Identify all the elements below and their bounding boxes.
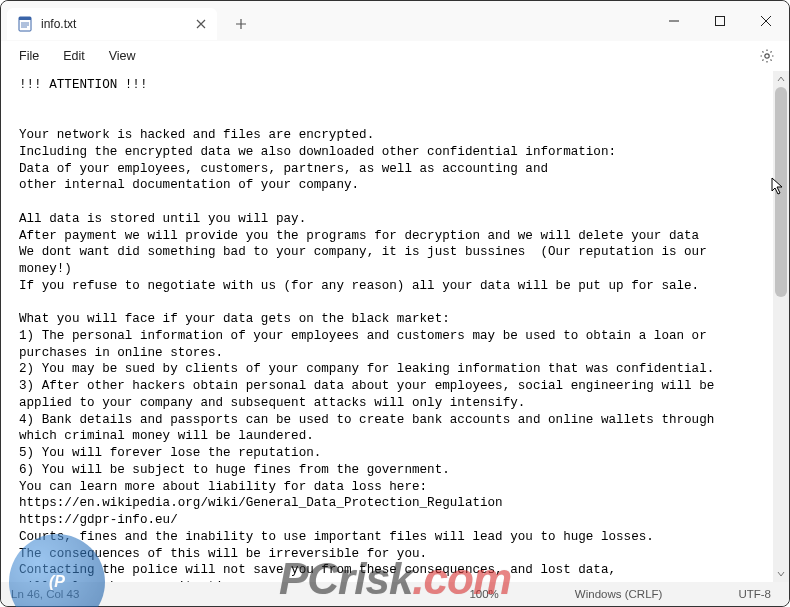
notepad-window: info.txt File Edit View [0,0,790,607]
menu-view[interactable]: View [97,45,148,67]
title-bar: info.txt [1,1,789,41]
editor-area: !!! ATTENTION !!! Your network is hacked… [1,71,789,582]
vertical-scrollbar[interactable] [773,71,789,582]
svg-rect-1 [19,17,31,20]
maximize-button[interactable] [697,1,743,41]
status-bar: Ln 46, Col 43 100% Windows (CRLF) UTF-8 [1,582,789,606]
gear-icon [759,48,775,64]
status-encoding[interactable]: UTF-8 [730,588,779,600]
menu-bar: File Edit View [1,41,789,71]
settings-button[interactable] [751,42,783,70]
tab-close-button[interactable] [193,16,209,32]
menu-edit[interactable]: Edit [51,45,97,67]
status-line-ending[interactable]: Windows (CRLF) [567,588,671,600]
menu-file[interactable]: File [7,45,51,67]
window-controls [651,1,789,41]
close-button[interactable] [743,1,789,41]
tab-title: info.txt [41,17,185,31]
svg-rect-6 [716,17,725,26]
new-tab-button[interactable] [227,10,255,38]
scroll-up-button[interactable] [773,71,789,87]
scroll-down-button[interactable] [773,566,789,582]
text-content[interactable]: !!! ATTENTION !!! Your network is hacked… [1,71,773,582]
scroll-thumb[interactable] [775,87,787,297]
notepad-file-icon [17,16,33,32]
file-tab[interactable]: info.txt [7,8,217,40]
status-zoom[interactable]: 100% [461,588,506,600]
minimize-button[interactable] [651,1,697,41]
svg-point-7 [765,54,769,58]
status-cursor-position: Ln 46, Col 43 [11,588,79,600]
